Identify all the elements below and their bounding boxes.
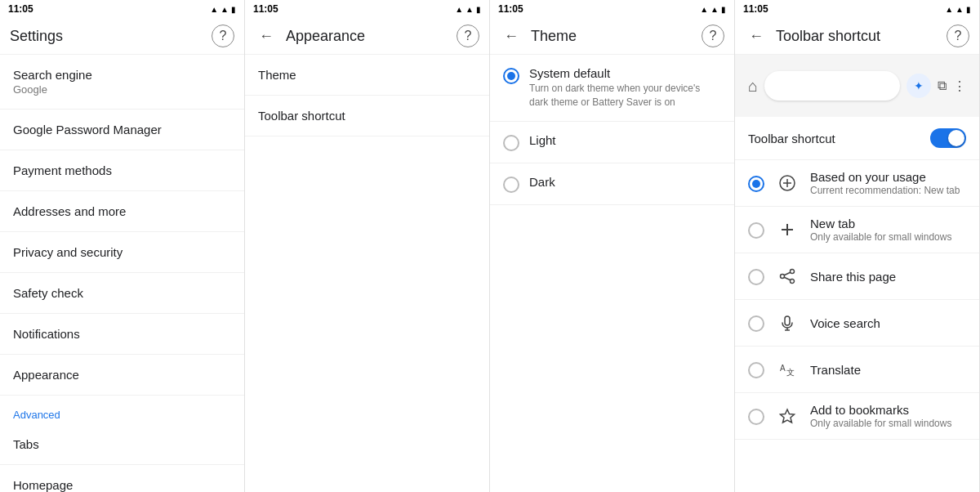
theme-panel: 11:05 ▲ ▲ ▮ ← Theme ? System default Tur… bbox=[490, 0, 735, 492]
status-bar-4: 11:05 ▲ ▲ ▮ bbox=[735, 0, 979, 18]
theme-light-label: Light bbox=[529, 133, 721, 147]
settings-item-homepage[interactable]: Homepage On bbox=[0, 465, 244, 492]
status-bar-3: 11:05 ▲ ▲ ▮ bbox=[490, 0, 734, 18]
appearance-back-button[interactable]: ← bbox=[255, 25, 278, 47]
based-on-usage-text: Based on your usage Current recommendati… bbox=[810, 170, 966, 196]
settings-help-button[interactable]: ? bbox=[212, 25, 234, 47]
settings-item-advanced[interactable]: Advanced bbox=[0, 396, 244, 424]
shortcut-item-translate[interactable]: A 文 Translate bbox=[735, 347, 979, 393]
signal-icon-2: ▲ bbox=[466, 5, 474, 14]
advanced-label: Advanced bbox=[13, 409, 231, 421]
shortcut-item-share[interactable]: Share this page bbox=[735, 253, 979, 300]
based-on-usage-label: Based on your usage bbox=[810, 170, 966, 184]
bookmarks-text: Add to bookmarks Only available for smal… bbox=[810, 403, 966, 429]
theme-light-text: Light bbox=[529, 133, 721, 147]
appearance-title: Appearance bbox=[286, 28, 448, 45]
shortcut-item-new-tab[interactable]: New tab Only available for small windows bbox=[735, 207, 979, 253]
settings-item-tabs[interactable]: Tabs bbox=[0, 424, 244, 465]
signal-icon: ▲ bbox=[220, 5, 229, 14]
share-text: Share this page bbox=[810, 270, 966, 284]
new-tab-icon bbox=[774, 217, 800, 243]
svg-rect-10 bbox=[785, 316, 790, 325]
status-bar-2: 11:05 ▲ ▲ ▮ bbox=[245, 0, 489, 18]
appearance-panel: 11:05 ▲ ▲ ▮ ← Appearance ? Theme Toolbar… bbox=[245, 0, 490, 492]
svg-point-5 bbox=[791, 270, 795, 274]
settings-item-appearance[interactable]: Appearance bbox=[0, 355, 244, 396]
based-on-usage-sublabel: Current recommendation: New tab bbox=[810, 185, 966, 196]
theme-system-default-text: System default Turn on dark theme when y… bbox=[529, 66, 721, 110]
notifications-label: Notifications bbox=[13, 327, 231, 341]
theme-option-dark[interactable]: Dark bbox=[490, 163, 734, 205]
mic-icon bbox=[774, 310, 800, 336]
safety-label: Safety check bbox=[13, 286, 231, 300]
svg-point-6 bbox=[781, 275, 785, 279]
toolbar-shortcut-toggle-label: Toolbar shortcut bbox=[748, 132, 835, 145]
theme-option-light[interactable]: Light bbox=[490, 122, 734, 163]
appearance-item-toolbar[interactable]: Toolbar shortcut bbox=[245, 96, 489, 136]
shortcut-item-voice-search[interactable]: Voice search bbox=[735, 300, 979, 347]
status-icons-2: ▲ ▲ ▮ bbox=[455, 5, 481, 14]
radio-translate[interactable] bbox=[748, 362, 764, 378]
toolbar-shortcut-toggle[interactable] bbox=[930, 128, 966, 148]
radio-system-default[interactable] bbox=[503, 68, 519, 84]
settings-title: Settings bbox=[10, 28, 203, 45]
toolbar-help-button[interactable]: ? bbox=[947, 25, 969, 47]
preview-menu-icon: ⋮ bbox=[953, 78, 966, 94]
status-icons-3: ▲ ▲ ▮ bbox=[700, 5, 726, 14]
status-time-1: 11:05 bbox=[8, 3, 33, 15]
theme-title: Theme bbox=[531, 28, 693, 45]
tabs-label: Tabs bbox=[13, 437, 231, 451]
radio-based-on-usage[interactable] bbox=[748, 176, 764, 192]
status-time-4: 11:05 bbox=[743, 3, 768, 15]
new-tab-sublabel: Only available for small windows bbox=[810, 231, 966, 243]
svg-line-9 bbox=[784, 277, 791, 280]
share-icon bbox=[774, 263, 800, 289]
wifi-icon-3: ▲ bbox=[700, 5, 708, 14]
settings-item-payment[interactable]: Payment methods bbox=[0, 150, 244, 191]
translate-text: Translate bbox=[810, 363, 966, 377]
battery-icon: ▮ bbox=[231, 5, 236, 14]
radio-dark[interactable] bbox=[503, 177, 519, 193]
svg-marker-15 bbox=[781, 409, 795, 423]
addresses-label: Addresses and more bbox=[13, 204, 231, 218]
privacy-label: Privacy and security bbox=[13, 245, 231, 259]
settings-list: Search engine Google Google Password Man… bbox=[0, 55, 244, 492]
status-icons-4: ▲ ▲ ▮ bbox=[945, 5, 971, 14]
battery-icon-2: ▮ bbox=[476, 5, 481, 14]
toolbar-title: Toolbar shortcut bbox=[776, 28, 938, 45]
appearance-help-button[interactable]: ? bbox=[457, 25, 479, 47]
radio-share[interactable] bbox=[748, 269, 764, 285]
toolbar-shortcut-panel: 11:05 ▲ ▲ ▮ ← Toolbar shortcut ? ⌂ ✦ ⧉ ⋮… bbox=[735, 0, 980, 492]
theme-header: ← Theme ? bbox=[490, 18, 734, 55]
battery-icon-3: ▮ bbox=[721, 5, 726, 14]
radio-voice-search[interactable] bbox=[748, 315, 764, 332]
svg-point-7 bbox=[791, 280, 795, 284]
shortcut-item-bookmarks[interactable]: Add to bookmarks Only available for smal… bbox=[735, 393, 979, 440]
settings-item-addresses[interactable]: Addresses and more bbox=[0, 191, 244, 232]
svg-text:文: 文 bbox=[786, 368, 795, 377]
toolbar-toggle-row: Toolbar shortcut bbox=[735, 117, 979, 160]
settings-item-search-engine[interactable]: Search engine Google bbox=[0, 55, 244, 110]
radio-new-tab[interactable] bbox=[748, 222, 764, 239]
settings-item-safety[interactable]: Safety check bbox=[0, 273, 244, 314]
voice-search-text: Voice search bbox=[810, 316, 966, 330]
theme-option-system-default[interactable]: System default Turn on dark theme when y… bbox=[490, 55, 734, 122]
radio-bookmarks[interactable] bbox=[748, 409, 764, 425]
shortcut-item-based-on-usage[interactable]: Based on your usage Current recommendati… bbox=[735, 160, 979, 207]
appearance-item-theme[interactable]: Theme bbox=[245, 55, 489, 96]
settings-item-privacy[interactable]: Privacy and security bbox=[0, 232, 244, 273]
preview-home-icon: ⌂ bbox=[748, 77, 758, 96]
toolbar-back-button[interactable]: ← bbox=[745, 25, 768, 47]
wifi-icon: ▲ bbox=[210, 5, 218, 14]
settings-header: Settings ? bbox=[0, 18, 244, 55]
theme-options-list: System default Turn on dark theme when y… bbox=[490, 55, 734, 492]
settings-item-notifications[interactable]: Notifications bbox=[0, 314, 244, 355]
theme-help-button[interactable]: ? bbox=[702, 25, 724, 47]
settings-item-password-manager[interactable]: Google Password Manager bbox=[0, 110, 244, 150]
translate-label: Translate bbox=[810, 363, 966, 377]
voice-search-label: Voice search bbox=[810, 316, 966, 330]
svg-line-8 bbox=[784, 272, 791, 275]
radio-light[interactable] bbox=[503, 135, 519, 151]
theme-back-button[interactable]: ← bbox=[500, 25, 523, 47]
toolbar-label: Toolbar shortcut bbox=[258, 109, 476, 123]
